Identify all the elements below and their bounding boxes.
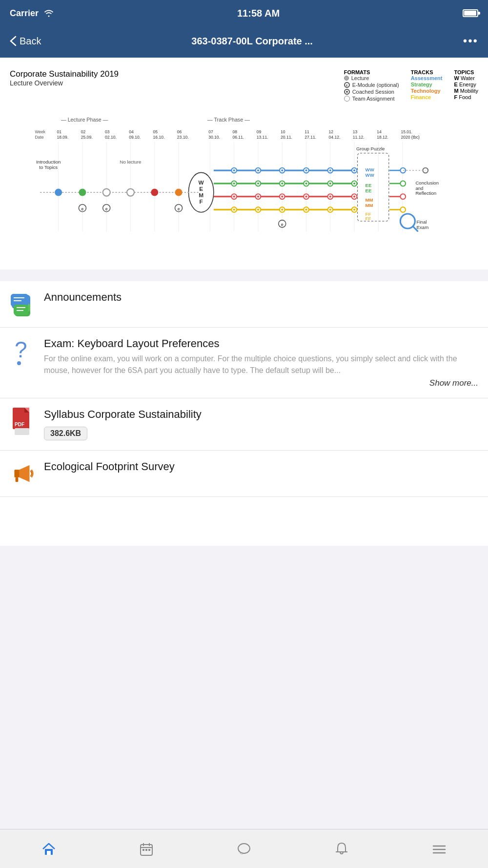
svg-point-114	[329, 196, 331, 198]
carrier-wifi: Carrier	[10, 8, 54, 19]
svg-text:?: ?	[15, 337, 27, 362]
svg-point-93	[257, 183, 259, 185]
svg-text:Conclusion: Conclusion	[415, 180, 439, 186]
overview-title: Corporate Sustainability 2019	[10, 69, 119, 79]
list-item-announcements[interactable]: 💬 Announcements	[0, 281, 488, 328]
svg-text:Week: Week	[35, 129, 45, 134]
svg-text:to Topics: to Topics	[39, 165, 58, 170]
svg-point-101	[353, 183, 355, 185]
svg-text:13: 13	[353, 129, 358, 134]
svg-text:11: 11	[305, 129, 309, 134]
svg-point-118	[400, 194, 406, 199]
topic-mobility: M Mobility	[454, 88, 478, 94]
announcements-title: Announcements	[44, 291, 478, 304]
question-icon: ?	[10, 337, 36, 364]
svg-text:04: 04	[129, 129, 134, 134]
svg-text:27.11.: 27.11.	[305, 135, 316, 140]
svg-text:Date: Date	[35, 135, 43, 140]
tab-menu[interactable]	[390, 829, 488, 868]
svg-point-121	[233, 208, 235, 210]
svg-point-82	[329, 169, 331, 171]
announcements-icon: 💬	[10, 291, 36, 317]
svg-point-116	[353, 196, 355, 198]
svg-text:30.10.: 30.10.	[208, 135, 220, 140]
back-button[interactable]: Back	[10, 36, 41, 47]
svg-text:Final: Final	[417, 219, 427, 225]
svg-point-131	[353, 208, 355, 210]
keyboard-title: Exam: Keyboard Layout Preferences	[44, 337, 478, 350]
list-item-keyboard[interactable]: ? Exam: Keyboard Layout Preferences For …	[0, 328, 488, 398]
file-size-badge: 382.6KB	[44, 427, 87, 440]
status-time: 11:58 AM	[237, 8, 280, 19]
svg-rect-183	[148, 849, 150, 851]
svg-text:e: e	[178, 207, 180, 211]
svg-text:FF: FF	[366, 216, 371, 221]
svg-text:06: 06	[177, 129, 182, 134]
svg-text:18.12.: 18.12.	[377, 135, 388, 140]
show-more-area: Show more...	[44, 376, 478, 388]
topic-energy: E Energy	[454, 82, 478, 87]
battery-area	[463, 9, 478, 17]
footprint-content: Ecological Footprint Survey	[44, 460, 478, 476]
svg-point-127	[305, 208, 307, 210]
svg-text:MM: MM	[366, 197, 373, 203]
tab-bell[interactable]	[293, 829, 390, 868]
svg-point-136	[79, 189, 86, 196]
list-item-syllabus[interactable]: PDF Syllabus Corporate Sustainability 38…	[0, 398, 488, 451]
svg-text:No lecture: No lecture	[120, 159, 142, 165]
svg-text:03: 03	[105, 129, 110, 134]
svg-rect-63	[358, 153, 389, 221]
format-lecture: Lecture	[344, 75, 399, 81]
track-assessment: Assessment	[411, 75, 443, 81]
megaphone-icon	[10, 460, 36, 487]
nav-bar: Back 363-0387-00L Corporate ... •••	[0, 26, 488, 58]
svg-text:04.12.: 04.12.	[329, 135, 341, 140]
track-strategy: Strategy	[411, 82, 443, 87]
svg-text:PDF: PDF	[15, 422, 24, 427]
svg-point-97	[305, 183, 307, 185]
svg-text:12: 12	[329, 129, 334, 134]
main-content: Corporate Sustainability 2019 Lecture Ov…	[0, 58, 488, 546]
svg-text:MM: MM	[366, 203, 373, 208]
svg-point-91	[233, 183, 235, 185]
tracks-legend: TRACKS Assessment Strategy Technology Fi…	[411, 69, 443, 103]
svg-text:25.09.: 25.09.	[81, 135, 93, 140]
tracks-heading: TRACKS	[411, 69, 443, 75]
timeline-container: — Lecture Phase — — Track Phase — Week D…	[10, 111, 478, 260]
svg-text:EE: EE	[366, 183, 372, 188]
chat-icon	[236, 841, 252, 857]
announcements-content: Announcements	[44, 291, 478, 307]
tab-home[interactable]	[0, 829, 98, 868]
svg-text:02: 02	[81, 129, 86, 134]
svg-point-99	[329, 183, 331, 185]
list-item-footprint[interactable]: Ecological Footprint Survey	[0, 451, 488, 497]
tab-calendar[interactable]	[98, 829, 195, 868]
svg-point-135	[55, 189, 62, 196]
topics-heading: TOPICS	[454, 69, 478, 75]
syllabus-title: Syllabus Corporate Sustainability	[44, 408, 478, 421]
format-team: Team Assignment	[344, 96, 399, 102]
svg-point-163	[17, 361, 21, 365]
legend-area: FORMATS Lecture e E-Module (optional) Co…	[344, 69, 478, 103]
svg-text:09.10.: 09.10.	[129, 135, 141, 140]
tab-chat[interactable]	[195, 829, 293, 868]
svg-text:Exam: Exam	[417, 225, 429, 230]
more-button[interactable]: •••	[463, 34, 478, 48]
svg-point-86	[400, 168, 406, 173]
overview-subtitle: Lecture Overview	[10, 79, 119, 87]
back-label: Back	[20, 36, 41, 47]
calendar-icon	[139, 841, 154, 857]
svg-text:WW: WW	[366, 172, 375, 178]
svg-text:08: 08	[232, 129, 237, 134]
nav-title: 363-0387-00L Corporate ...	[191, 36, 313, 47]
menu-icon	[431, 841, 447, 857]
show-more-link[interactable]: Show more...	[429, 378, 478, 388]
format-coached: Coached Session	[344, 89, 399, 95]
svg-text:02.10.: 02.10.	[105, 135, 117, 140]
svg-text:2020 (tbc): 2020 (tbc)	[401, 135, 420, 140]
svg-text:W: W	[199, 179, 204, 186]
svg-text:11.12.: 11.12.	[353, 135, 365, 140]
svg-point-129	[329, 208, 331, 210]
svg-point-110	[281, 196, 283, 198]
svg-text:01: 01	[57, 129, 61, 134]
